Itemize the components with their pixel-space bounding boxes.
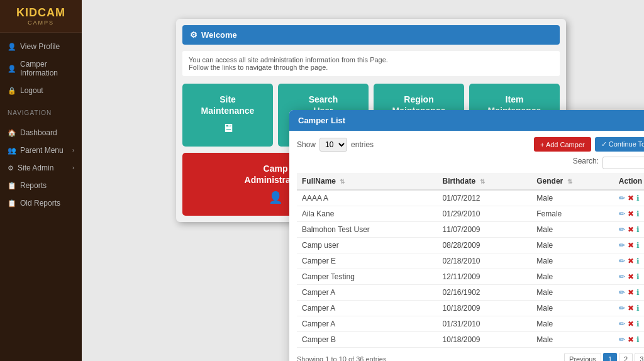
sort-birthdate-icon[interactable]: ⇅	[480, 178, 485, 185]
edit-icon-6[interactable]: ✏	[619, 288, 625, 297]
cell-name-0: AAAA A	[297, 190, 437, 206]
sidebar-item-reports[interactable]: 📋 Reports	[0, 177, 82, 194]
edit-icon-3[interactable]: ✏	[619, 241, 625, 250]
logout-icon: 🔒	[8, 87, 16, 95]
delete-icon-0[interactable]: ✖	[628, 194, 634, 203]
sort-gender-icon[interactable]: ⇅	[567, 178, 572, 185]
delete-icon-4[interactable]: ✖	[628, 257, 634, 265]
edit-icon-1[interactable]: ✏	[619, 209, 625, 218]
delete-icon-3[interactable]: ✖	[628, 241, 634, 250]
cell-gender-8: Male	[531, 316, 614, 332]
table-row: AAAA A 01/07/2012 Male ✏ ✖ ℹ	[297, 190, 644, 206]
delete-icon-8[interactable]: ✖	[628, 319, 634, 328]
parent-menu-icon: 👥	[8, 147, 16, 155]
site-maintenance-button[interactable]: SiteMaintenance 🖥	[182, 84, 273, 147]
cell-gender-2: Male	[531, 222, 614, 238]
nav-section-label: Navigation	[0, 104, 82, 119]
table-row: Camper E 02/18/2010 Male ✏ ✖ ℹ	[297, 253, 644, 269]
sidebar-item-site-admin[interactable]: ⚙ Site Admin ›	[0, 159, 82, 177]
cell-name-4: Camper E	[297, 253, 437, 269]
cell-action-1: ✏ ✖ ℹ	[614, 206, 644, 222]
cell-action-8: ✏ ✖ ℹ	[614, 316, 644, 332]
pagination: Previous 1 2 3 4 Next	[564, 353, 644, 361]
delete-icon-7[interactable]: ✖	[628, 304, 634, 313]
cell-birthdate-5: 12/11/2009	[437, 269, 531, 285]
entries-select[interactable]: 10 25 50	[319, 138, 347, 152]
info-icon-1[interactable]: ℹ	[636, 209, 640, 218]
edit-icon-7[interactable]: ✏	[619, 304, 625, 313]
cell-action-3: ✏ ✖ ℹ	[614, 238, 644, 253]
info-icon-5[interactable]: ℹ	[636, 272, 640, 281]
cell-action-9: ✏ ✖ ℹ	[614, 332, 644, 348]
camper-list-panel: Camper List Show 10 25 50 entries + Add …	[289, 110, 644, 361]
info-icon-8[interactable]: ℹ	[636, 319, 640, 328]
sidebar-item-old-reports[interactable]: 📋 Old Reports	[0, 194, 82, 212]
show-label: Show	[297, 140, 316, 149]
add-camper-button[interactable]: + Add Camper	[534, 137, 591, 152]
cell-name-6: Camper A	[297, 285, 437, 301]
info-icon-6[interactable]: ℹ	[636, 288, 640, 297]
delete-icon-1[interactable]: ✖	[628, 209, 634, 218]
welcome-line2: Follow the links to navigate through the…	[189, 64, 553, 71]
dashboard-icon: 🏠	[8, 129, 16, 137]
edit-icon-8[interactable]: ✏	[619, 319, 625, 328]
cell-action-7: ✏ ✖ ℹ	[614, 301, 644, 316]
info-icon-0[interactable]: ℹ	[636, 194, 640, 203]
cell-birthdate-8: 01/31/2010	[437, 316, 531, 332]
delete-icon-6[interactable]: ✖	[628, 288, 634, 297]
site-maintenance-label: SiteMaintenance	[201, 94, 255, 116]
search-input[interactable]	[602, 157, 644, 169]
info-icon-4[interactable]: ℹ	[636, 257, 640, 265]
delete-icon-2[interactable]: ✖	[628, 225, 634, 234]
logo-area: KIDCAM CAMPS	[0, 0, 82, 33]
continue-registration-button[interactable]: ✓ Continue To Registration	[595, 137, 644, 152]
table-header-row: FullName ⇅ Birthdate ⇅ Gender ⇅ Action ⇅	[297, 173, 644, 190]
sidebar-item-camper-info[interactable]: 👤 Camper Information	[0, 55, 82, 82]
welcome-text: You can access all site administration i…	[182, 51, 560, 76]
page-3-button[interactable]: 3	[635, 353, 644, 361]
edit-icon-5[interactable]: ✏	[619, 272, 625, 281]
search-label: Search:	[573, 157, 599, 169]
cell-name-5: Camper Testing	[297, 269, 437, 285]
edit-icon-2[interactable]: ✏	[619, 225, 625, 234]
main-area: ⚙ Welcome You can access all site admini…	[82, 0, 644, 361]
table-footer: Showing 1 to 10 of 36 entries Previous 1…	[297, 353, 644, 361]
table-row: Balmohon Test User 11/07/2009 Male ✏ ✖ ℹ	[297, 222, 644, 238]
sidebar-item-dashboard[interactable]: 🏠 Dashboard	[0, 124, 82, 142]
cell-gender-9: Male	[531, 332, 614, 348]
cell-birthdate-3: 08/28/2009	[437, 238, 531, 253]
info-icon-7[interactable]: ℹ	[636, 304, 640, 313]
sort-fullname-icon[interactable]: ⇅	[340, 178, 345, 185]
page-2-button[interactable]: 2	[619, 353, 633, 361]
col-fullname: FullName ⇅	[297, 173, 437, 190]
col-birthdate: Birthdate ⇅	[437, 173, 531, 190]
sidebar-item-parent-menu[interactable]: 👥 Parent Menu ›	[0, 142, 82, 159]
info-icon-9[interactable]: ℹ	[636, 335, 640, 344]
page-1-button[interactable]: 1	[603, 353, 617, 361]
action-buttons: + Add Camper ✓ Continue To Registration	[534, 137, 644, 152]
showing-text: Showing 1 to 10 of 36 entries	[297, 355, 386, 361]
cell-gender-6: Male	[531, 285, 614, 301]
top-controls-row: Show 10 25 50 entries + Add Camper ✓ Con…	[297, 137, 644, 152]
camper-list-title: Camper List	[298, 116, 345, 125]
delete-icon-9[interactable]: ✖	[628, 335, 634, 344]
chevron-right-icon: ›	[72, 147, 74, 153]
info-icon-3[interactable]: ℹ	[636, 241, 640, 250]
cell-action-5: ✏ ✖ ℹ	[614, 269, 644, 285]
welcome-banner: ⚙ Welcome	[182, 25, 560, 45]
cell-gender-7: Male	[531, 301, 614, 316]
table-row: Camper A 02/16/1902 Male ✏ ✖ ℹ	[297, 285, 644, 301]
cell-birthdate-4: 02/18/2010	[437, 253, 531, 269]
sidebar-item-logout[interactable]: 🔒 Logout	[0, 82, 82, 99]
welcome-line1: You can access all site administration i…	[189, 56, 553, 64]
gear-icon: ⚙	[190, 30, 197, 40]
edit-icon-0[interactable]: ✏	[619, 194, 625, 203]
delete-icon-5[interactable]: ✖	[628, 272, 634, 281]
camper-list-header: Camper List	[289, 110, 644, 131]
sidebar-item-view-profile[interactable]: 👤 View Profile	[0, 38, 82, 55]
edit-icon-4[interactable]: ✏	[619, 257, 625, 265]
info-icon-2[interactable]: ℹ	[636, 225, 640, 234]
prev-button[interactable]: Previous	[564, 353, 601, 361]
cell-action-2: ✏ ✖ ℹ	[614, 222, 644, 238]
edit-icon-9[interactable]: ✏	[619, 335, 625, 344]
